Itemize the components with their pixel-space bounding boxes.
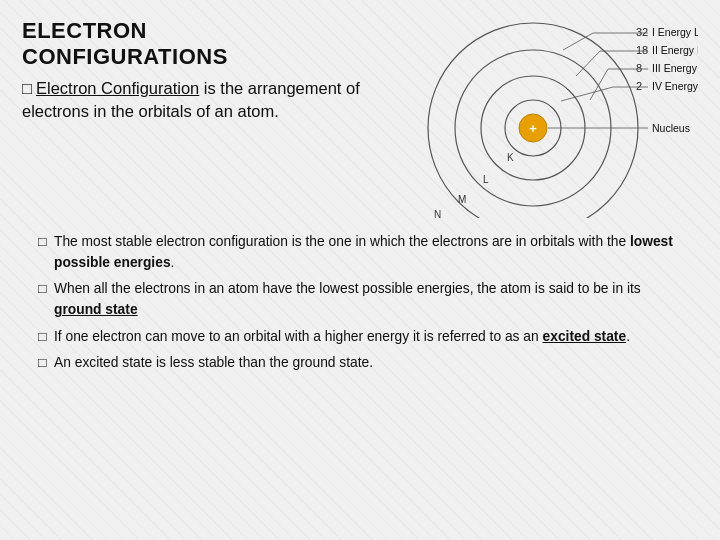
bullet-item-3: □ If one electron can move to an orbital… <box>38 327 690 348</box>
svg-text:II Energy Level: II Energy Level <box>652 44 698 56</box>
bullet-text-3: If one electron can move to an orbital w… <box>54 327 690 348</box>
svg-text:IV Energy Level: IV Energy Level <box>652 80 698 92</box>
svg-text:2: 2 <box>636 80 642 92</box>
title-line2: CONFIGURATIONS <box>22 44 228 69</box>
svg-text:I Energy Level: I Energy Level <box>652 26 698 38</box>
svg-text:III Energy Level: III Energy Level <box>652 62 698 74</box>
title-line1: ELECTRON <box>22 18 147 43</box>
svg-text:N: N <box>434 209 441 218</box>
top-section: ELECTRON CONFIGURATIONS □ Electron Confi… <box>22 18 698 218</box>
bullet-text-1: The most stable electron configuration i… <box>54 232 690 273</box>
title-block: ELECTRON CONFIGURATIONS <box>22 18 408 71</box>
svg-text:8: 8 <box>636 62 642 74</box>
definition-line: □ Electron Configuration is the arrangem… <box>22 77 408 123</box>
bullets-section: □ The most stable electron configuration… <box>22 232 698 380</box>
bullet-item-2: □ When all the electrons in an atom have… <box>38 279 690 320</box>
svg-text:K: K <box>507 152 514 163</box>
svg-text:M: M <box>458 194 466 205</box>
slide: ELECTRON CONFIGURATIONS □ Electron Confi… <box>0 0 720 540</box>
svg-line-16 <box>563 33 593 50</box>
bullet-text-4: An excited state is less stable than the… <box>54 353 690 374</box>
bullet-sym-1: □ <box>38 232 54 253</box>
atom-svg: + K L M N 32 18 8 2 <box>418 18 698 218</box>
bullet-sym-4: □ <box>38 353 54 374</box>
bullet-text-2: When all the electrons in an atom have t… <box>54 279 690 320</box>
ground-state-label: ground state <box>54 302 138 317</box>
bullet-item-1: □ The most stable electron configuration… <box>38 232 690 273</box>
bullet-item-4: □ An excited state is less stable than t… <box>38 353 690 374</box>
def-bullet: □ <box>22 77 36 100</box>
bold-lowest: lowest possible energies <box>54 234 673 270</box>
bullet-sym-2: □ <box>38 279 54 300</box>
svg-text:Nucleus: Nucleus <box>652 122 690 134</box>
main-title: ELECTRON CONFIGURATIONS <box>22 18 408 71</box>
excited-state-label: excited state <box>543 329 627 344</box>
svg-text:L: L <box>483 174 489 185</box>
left-content: ELECTRON CONFIGURATIONS □ Electron Confi… <box>22 18 418 123</box>
svg-text:+: + <box>529 121 537 136</box>
definition-label: Electron Configuration <box>36 79 199 97</box>
atom-diagram: + K L M N 32 18 8 2 <box>418 18 698 218</box>
bullet-sym-3: □ <box>38 327 54 348</box>
svg-text:32: 32 <box>636 26 648 38</box>
svg-text:18: 18 <box>636 44 648 56</box>
svg-line-22 <box>590 69 608 100</box>
